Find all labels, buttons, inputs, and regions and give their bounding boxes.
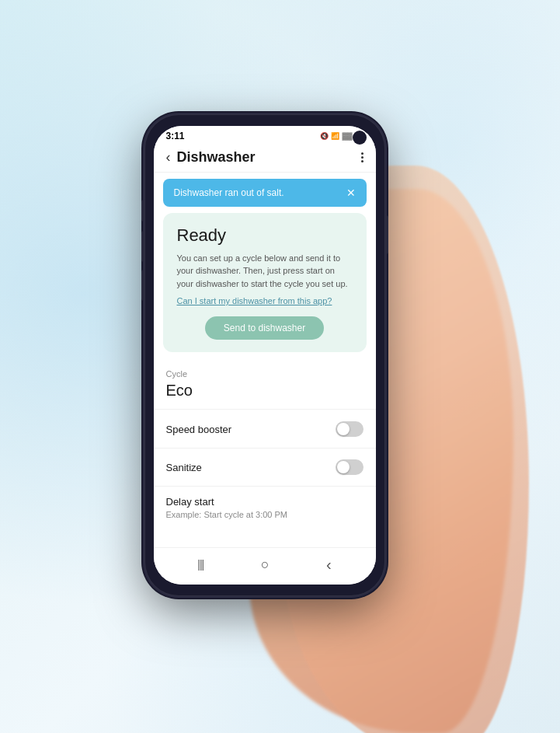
notification-close-button[interactable]: ✕ xyxy=(346,187,356,199)
delay-start-subtitle: Example: Start cycle at 3:00 PM xyxy=(166,510,363,519)
phone-screen: 3:11 🔇 📶 ▓▓ 🔋 ‹ Dishwasher xyxy=(154,126,376,585)
power-button xyxy=(385,215,388,254)
mute-icon: 🔇 xyxy=(320,132,329,140)
notification-text: Dishwasher ran out of salt. xyxy=(174,187,340,198)
speed-booster-label: Speed booster xyxy=(166,424,232,435)
speed-booster-toggle[interactable] xyxy=(336,421,363,437)
phone-frame: 3:11 🔇 📶 ▓▓ 🔋 ‹ Dishwasher xyxy=(144,114,385,596)
app-bar: ‹ Dishwasher xyxy=(154,145,376,173)
send-to-dishwasher-button[interactable]: Send to dishwasher xyxy=(205,316,324,340)
back-button[interactable]: ‹ xyxy=(166,149,171,166)
app-bar-left: ‹ Dishwasher xyxy=(166,149,256,166)
cycle-section: Cycle Eco xyxy=(154,360,376,410)
ready-card: Ready You can set up a cycle below and s… xyxy=(163,213,367,353)
more-dot-1 xyxy=(361,152,363,155)
volume-mute-button xyxy=(141,200,144,222)
ready-title: Ready xyxy=(177,225,353,246)
scene-container: 3:11 🔇 📶 ▓▓ 🔋 ‹ Dishwasher xyxy=(0,0,560,733)
delay-start-section: Delay start Example: Start cycle at 3:00… xyxy=(154,487,376,529)
volume-down-button xyxy=(141,270,144,301)
status-bar: 3:11 🔇 📶 ▓▓ 🔋 xyxy=(154,126,376,145)
back-nav-button[interactable]: ‹ xyxy=(326,556,332,574)
home-button[interactable]: ○ xyxy=(261,557,270,573)
signal-icon: ▓▓ xyxy=(342,132,352,140)
ready-description: You can set up a cycle below and send it… xyxy=(177,252,353,291)
sanitize-thumb xyxy=(337,461,350,473)
sanitize-toggle[interactable] xyxy=(336,459,363,475)
screen-content: Dishwasher ran out of salt. ✕ Ready You … xyxy=(154,173,376,547)
delay-start-title: Delay start xyxy=(166,496,363,508)
more-dot-2 xyxy=(361,156,363,159)
sanitize-label: Sanitize xyxy=(166,462,202,473)
wifi-icon: 📶 xyxy=(331,132,339,140)
speed-booster-thumb xyxy=(337,423,350,435)
more-menu-button[interactable] xyxy=(361,152,363,162)
more-dot-3 xyxy=(361,160,363,162)
navigation-bar: ||| ○ ‹ xyxy=(154,547,376,585)
recent-apps-button[interactable]: ||| xyxy=(197,558,203,571)
volume-up-button xyxy=(141,231,144,262)
notification-banner: Dishwasher ran out of salt. ✕ xyxy=(163,179,367,207)
ready-link[interactable]: Can I start my dishwasher from this app? xyxy=(177,296,353,305)
camera-cutout xyxy=(353,131,367,145)
cycle-label: Cycle xyxy=(166,369,363,379)
speed-booster-row: Speed booster xyxy=(154,410,376,449)
app-bar-title: Dishwasher xyxy=(177,149,256,166)
sanitize-row: Sanitize xyxy=(154,449,376,487)
cycle-value[interactable]: Eco xyxy=(166,382,363,400)
status-time: 3:11 xyxy=(166,131,185,141)
